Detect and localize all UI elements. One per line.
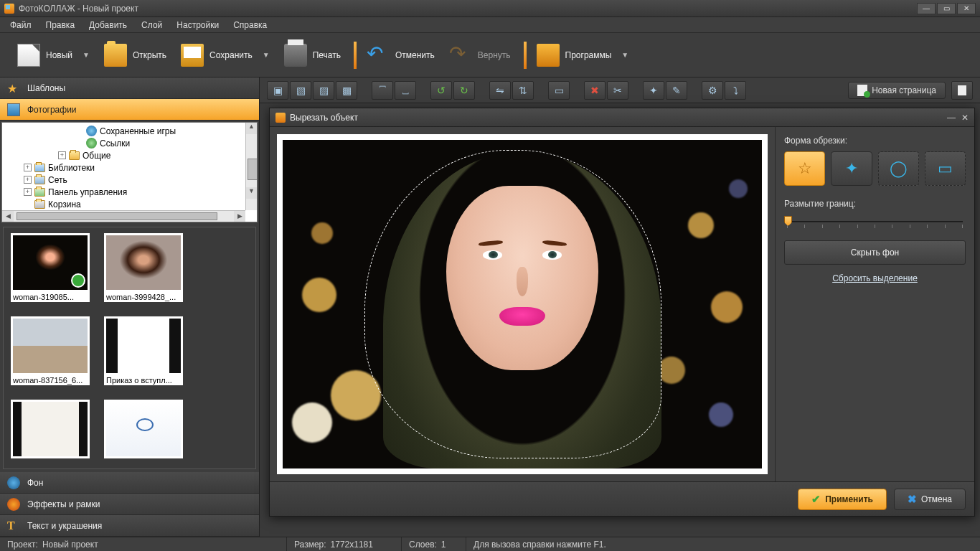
shape-freehand-button[interactable]: ☆ xyxy=(784,151,825,186)
new-page-label: Новая страница xyxy=(872,85,936,95)
dialog-titlebar[interactable]: Вырезать объект — ✕ xyxy=(270,108,974,127)
recycle-icon xyxy=(34,200,45,209)
thumbnail-item[interactable]: woman-3999428_... xyxy=(104,233,183,302)
category-photos[interactable]: Фотографии xyxy=(0,99,259,121)
delete-button[interactable]: ✖ xyxy=(584,81,606,100)
folder-tree[interactable]: Сохраненные игры Ссылки +Общие +Библиоте… xyxy=(1,122,258,222)
menu-help[interactable]: Справка xyxy=(226,18,274,32)
maximize-button[interactable]: ▭ xyxy=(937,3,956,14)
undo-button[interactable]: ↶ Отменить xyxy=(359,41,442,70)
gear-button[interactable]: ⚙ xyxy=(702,81,723,100)
left-panel: ★ Шаблоны Фотографии Сохраненные игры Сс… xyxy=(0,77,260,537)
fit-button[interactable]: ▭ xyxy=(548,81,570,100)
minimize-button[interactable]: — xyxy=(917,3,936,14)
open-button[interactable]: Открыть xyxy=(97,41,174,70)
shape-label: Форма обрезки: xyxy=(784,136,966,146)
wand-button[interactable]: ✦ xyxy=(643,81,664,100)
redo-button[interactable]: ↷ Вернуть xyxy=(442,41,518,70)
undo-icon: ↶ xyxy=(367,44,390,67)
category-label: Фон xyxy=(27,478,43,488)
status-bar: Проект: Новый проект Размер: 1772x1181 С… xyxy=(0,537,980,551)
chevron-down-icon: ▼ xyxy=(263,51,270,59)
thumbnail-item[interactable] xyxy=(104,400,183,458)
tree-item[interactable]: Панель управления xyxy=(48,187,127,197)
menu-settings[interactable]: Настройки xyxy=(169,18,226,32)
apply-button[interactable]: ✔Применить xyxy=(798,489,887,510)
shape-magic-button[interactable]: ✦ xyxy=(831,151,872,186)
star-icon: ★ xyxy=(7,82,20,95)
thumbnail-item[interactable]: woman-319085... xyxy=(11,233,90,302)
align-bottom-button[interactable]: ⎵ xyxy=(395,81,416,100)
hide-background-button[interactable]: Скрыть фон xyxy=(784,240,966,265)
apply-label: Применить xyxy=(825,494,873,504)
layer-back-button[interactable]: ▩ xyxy=(336,81,357,100)
dialog-canvas[interactable] xyxy=(270,127,775,481)
print-button[interactable]: Печать xyxy=(277,41,348,70)
category-text[interactable]: T Текст и украшения xyxy=(0,515,259,537)
tree-item[interactable]: Корзина xyxy=(48,199,81,209)
chevron-down-icon: ▼ xyxy=(621,51,628,59)
photo-preview[interactable] xyxy=(283,140,762,468)
tree-item[interactable]: Ссылки xyxy=(100,138,130,149)
expand-icon[interactable]: + xyxy=(58,151,66,159)
tree-item[interactable]: Общие xyxy=(83,151,110,161)
category-background[interactable]: Фон xyxy=(0,472,259,494)
tree-item[interactable]: Сеть xyxy=(48,175,67,185)
align-top-button[interactable]: ⎴ xyxy=(372,81,393,100)
layer-up-button[interactable]: ▧ xyxy=(290,81,311,100)
save-button[interactable]: Сохранить ▼ xyxy=(174,41,277,70)
thumbnail-item[interactable]: woman-837156_6... xyxy=(11,316,90,385)
status-layers: Слоев: 1 xyxy=(402,537,466,551)
shape-ellipse-button[interactable]: ◯ xyxy=(878,151,919,186)
blur-label: Размытие границ: xyxy=(784,199,966,209)
rotate-right-button[interactable]: ↻ xyxy=(453,81,475,100)
thumbnail-item[interactable] xyxy=(11,400,90,458)
photo-thumbnails: woman-319085... woman-3999428_... woman-… xyxy=(3,227,256,469)
thumbnail-item[interactable]: Приказ о вступл... xyxy=(104,316,183,385)
menu-layer[interactable]: Слой xyxy=(134,18,169,32)
cancel-button[interactable]: ✖Отмена xyxy=(894,489,966,510)
reset-selection-link[interactable]: Сбросить выделение xyxy=(784,273,966,283)
control-panel-icon xyxy=(34,188,45,197)
tree-vscrollbar[interactable]: ▲▼ xyxy=(245,123,257,210)
shape-rect-button[interactable]: ▭ xyxy=(925,151,966,186)
flip-h-button[interactable]: ⇋ xyxy=(489,81,511,100)
tree-item[interactable]: Библиотеки xyxy=(48,163,95,173)
new-button[interactable]: Новый ▼ xyxy=(10,41,97,70)
menu-bar: Файл Правка Добавить Слой Настройки Спра… xyxy=(0,17,980,33)
layer-down-button[interactable]: ▨ xyxy=(313,81,334,100)
layer-front-button[interactable]: ▣ xyxy=(267,81,288,100)
rotate-left-button[interactable]: ↺ xyxy=(430,81,452,100)
category-label: Текст и украшения xyxy=(27,521,102,531)
flip-v-button[interactable]: ⇅ xyxy=(512,81,534,100)
programs-button[interactable]: Программы ▼ xyxy=(529,41,636,70)
category-label: Фотографии xyxy=(27,105,77,115)
close-button[interactable]: ✕ xyxy=(957,3,976,14)
blur-slider[interactable] xyxy=(784,215,966,229)
new-file-icon xyxy=(17,44,40,67)
network-icon xyxy=(34,176,45,184)
menu-edit[interactable]: Правка xyxy=(39,18,83,32)
folder-open-icon xyxy=(104,44,127,67)
category-effects[interactable]: Эффекты и рамки xyxy=(0,494,259,515)
eyedropper-button[interactable]: ⤵ xyxy=(725,81,746,100)
menu-file[interactable]: Файл xyxy=(3,18,39,32)
tree-hscrollbar[interactable]: ◀▶ xyxy=(2,210,245,222)
expand-icon[interactable]: + xyxy=(24,164,32,171)
crop-button[interactable]: ✂ xyxy=(607,81,628,100)
tree-item[interactable]: Сохраненные игры xyxy=(100,126,176,136)
main-toolbar: Новый ▼ Открыть Сохранить ▼ Печать ↶ Отм… xyxy=(0,33,980,77)
category-templates[interactable]: ★ Шаблоны xyxy=(0,77,259,99)
dialog-close-button[interactable]: ✕ xyxy=(961,113,969,123)
page-options-button[interactable] xyxy=(951,81,973,100)
selection-outline[interactable] xyxy=(364,150,661,459)
expand-icon[interactable]: + xyxy=(24,188,32,196)
folder-icon xyxy=(69,151,80,160)
dialog-minimize-button[interactable]: — xyxy=(947,113,956,123)
status-project: Проект: Новый проект xyxy=(0,537,287,551)
brush-button[interactable]: ✎ xyxy=(666,81,687,100)
dialog-footer: ✔Применить ✖Отмена xyxy=(270,481,974,516)
new-page-button[interactable]: Новая страница xyxy=(848,82,946,99)
expand-icon[interactable]: + xyxy=(24,176,32,184)
menu-add[interactable]: Добавить xyxy=(82,18,134,32)
